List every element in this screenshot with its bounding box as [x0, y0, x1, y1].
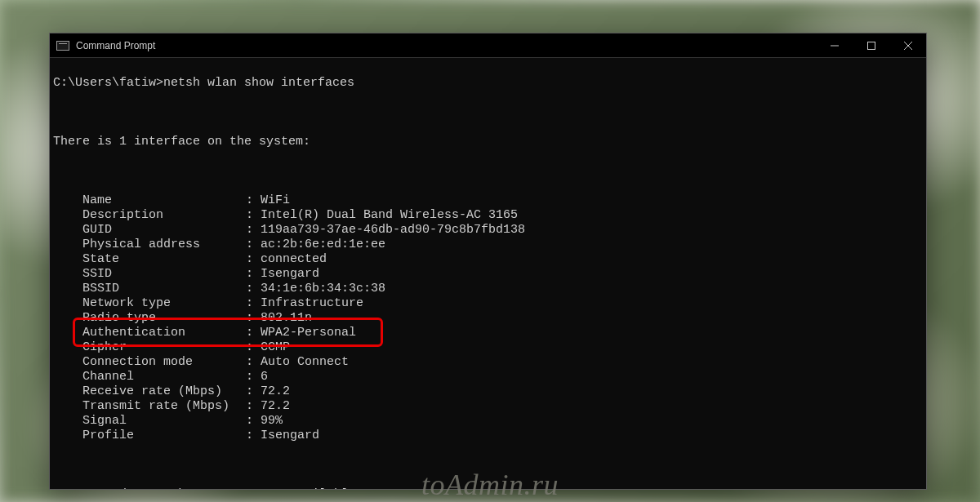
- minimize-button[interactable]: [816, 33, 853, 57]
- command-text: netsh wlan show interfaces: [163, 76, 354, 91]
- row-key: Transmit rate (Mbps): [82, 399, 246, 414]
- cmd-icon: [56, 41, 69, 51]
- row-separator: :: [246, 238, 261, 252]
- row-key: BSSID: [82, 282, 246, 296]
- prompt-path: C:\Users\fatiw>: [53, 76, 163, 91]
- row-key: Receive rate (Mbps): [82, 384, 246, 399]
- row-key: Authentication: [82, 326, 246, 340]
- kv-row: Radio type: 802.11n: [53, 311, 923, 326]
- row-separator: :: [246, 282, 261, 296]
- row-separator: :: [246, 370, 261, 384]
- row-value: Intel(R) Dual Band Wireless-AC 3165: [261, 208, 518, 223]
- row-value: 6: [261, 370, 268, 384]
- row-separator: :: [246, 267, 261, 282]
- kv-row: Transmit rate (Mbps): 72.2: [53, 399, 923, 414]
- row-key: Network type: [82, 296, 246, 311]
- row-value: Isengard: [261, 267, 319, 282]
- row-key: Connection mode: [82, 355, 246, 370]
- row-value: Auto Connect: [261, 355, 349, 370]
- kv-row: Channel: 6: [53, 370, 923, 384]
- kv-row: Network type: Infrastructure: [53, 296, 923, 311]
- row-key: State: [82, 252, 246, 267]
- row-separator: :: [246, 208, 261, 223]
- kv-row: Cipher: CCMP: [53, 340, 923, 355]
- row-value: WiFi: [261, 193, 290, 208]
- row-key: Physical address: [82, 238, 246, 252]
- kv-row: Receive rate (Mbps): 72.2: [53, 384, 923, 399]
- row-key: SSID: [82, 267, 246, 282]
- kv-row: State: connected: [53, 252, 923, 267]
- row-separator: :: [246, 311, 261, 326]
- kv-row: Connection mode: Auto Connect: [53, 355, 923, 370]
- interface-header: There is 1 interface on the system:: [53, 135, 923, 149]
- row-key: Hosted network status: [82, 487, 246, 489]
- row-key: GUID: [82, 223, 246, 238]
- row-value: 119aa739-37ae-46db-ad90-79c8b7fbd138: [261, 223, 525, 238]
- kv-row: Authentication: WPA2-Personal: [53, 326, 923, 340]
- kv-row: Name: WiFi: [53, 193, 923, 208]
- row-separator: :: [246, 384, 261, 399]
- hosted-network-row: Hosted network status: Not available: [53, 487, 923, 489]
- title-bar[interactable]: Command Prompt: [50, 33, 926, 58]
- kv-row: Signal: 99%: [53, 414, 923, 429]
- row-value: Not available: [261, 487, 356, 489]
- terminal-output[interactable]: C:\Users\fatiw>netsh wlan show interface…: [50, 58, 926, 489]
- row-separator: :: [246, 487, 261, 489]
- kv-row: BSSID: 34:1e:6b:34:3c:38: [53, 282, 923, 296]
- kv-row: Physical address: ac:2b:6e:ed:1e:ee: [53, 238, 923, 252]
- row-value: WPA2-Personal: [261, 326, 356, 340]
- close-button[interactable]: [889, 33, 926, 57]
- row-separator: :: [246, 355, 261, 370]
- row-separator: :: [246, 223, 261, 238]
- row-key: Profile: [82, 429, 246, 443]
- row-value: CCMP: [261, 340, 290, 355]
- row-separator: :: [246, 296, 261, 311]
- row-separator: :: [246, 193, 261, 208]
- row-value: Isengard: [261, 429, 319, 443]
- svg-rect-1: [867, 42, 875, 49]
- row-value: Infrastructure: [261, 296, 363, 311]
- row-value: ac:2b:6e:ed:1e:ee: [261, 238, 385, 252]
- row-separator: :: [246, 340, 261, 355]
- row-key: Cipher: [82, 340, 246, 355]
- row-value: 34:1e:6b:34:3c:38: [261, 282, 385, 296]
- command-prompt-window: Command Prompt C:\Users\fatiw>netsh wlan…: [49, 33, 927, 490]
- row-separator: :: [246, 399, 261, 414]
- blank-line: [53, 105, 923, 120]
- blank-line: [53, 458, 923, 473]
- row-separator: :: [246, 252, 261, 267]
- window-controls: [816, 33, 926, 57]
- blank-line: [53, 164, 923, 179]
- row-value: 802.11n: [261, 311, 312, 326]
- row-value: 72.2: [261, 384, 290, 399]
- kv-row: SSID: Isengard: [53, 267, 923, 282]
- kv-row: Profile: Isengard: [53, 429, 923, 443]
- maximize-button[interactable]: [853, 33, 889, 57]
- window-title: Command Prompt: [76, 40, 816, 51]
- kv-row: Description: Intel(R) Dual Band Wireless…: [53, 208, 923, 223]
- kv-row: GUID: 119aa739-37ae-46db-ad90-79c8b7fbd1…: [53, 223, 923, 238]
- row-key: Signal: [82, 414, 246, 429]
- prompt-line: C:\Users\fatiw>netsh wlan show interface…: [53, 76, 923, 91]
- row-value: 99%: [261, 414, 283, 429]
- row-key: Radio type: [82, 311, 246, 326]
- row-separator: :: [246, 414, 261, 429]
- row-key: Description: [82, 208, 246, 223]
- row-separator: :: [246, 429, 261, 443]
- row-separator: :: [246, 326, 261, 340]
- row-value: connected: [261, 252, 327, 267]
- row-key: Channel: [82, 370, 246, 384]
- row-value: 72.2: [261, 399, 290, 414]
- row-key: Name: [82, 193, 246, 208]
